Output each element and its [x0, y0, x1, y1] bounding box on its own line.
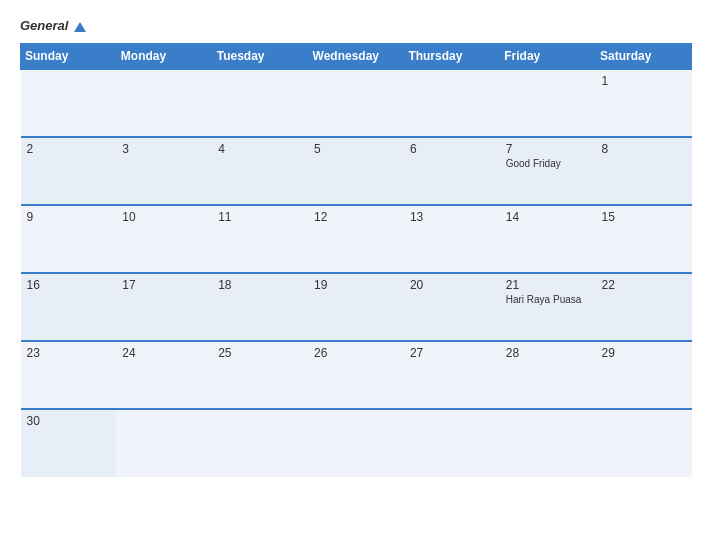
logo: General	[20, 18, 86, 33]
calendar-week-row: 30	[21, 409, 692, 477]
day-number: 1	[602, 74, 686, 88]
day-number: 23	[27, 346, 111, 360]
day-of-week-header: Thursday	[404, 44, 500, 70]
calendar-cell: 17	[116, 273, 212, 341]
day-number: 29	[602, 346, 686, 360]
calendar-cell: 19	[308, 273, 404, 341]
calendar-cell	[212, 69, 308, 137]
day-number: 10	[122, 210, 206, 224]
day-number: 15	[602, 210, 686, 224]
day-number: 8	[602, 142, 686, 156]
day-number: 12	[314, 210, 398, 224]
calendar-header-row: SundayMondayTuesdayWednesdayThursdayFrid…	[21, 44, 692, 70]
calendar-week-row: 9101112131415	[21, 205, 692, 273]
calendar-cell: 20	[404, 273, 500, 341]
calendar-cell	[404, 409, 500, 477]
calendar-week-row: 161718192021Hari Raya Puasa22	[21, 273, 692, 341]
calendar-cell: 7Good Friday	[500, 137, 596, 205]
calendar-cell: 4	[212, 137, 308, 205]
day-number: 26	[314, 346, 398, 360]
calendar-cell: 15	[596, 205, 692, 273]
calendar-cell	[500, 69, 596, 137]
calendar-week-row: 23242526272829	[21, 341, 692, 409]
day-number: 3	[122, 142, 206, 156]
day-number: 13	[410, 210, 494, 224]
calendar-cell: 16	[21, 273, 117, 341]
holiday-event: Hari Raya Puasa	[506, 294, 582, 305]
day-number: 11	[218, 210, 302, 224]
calendar-cell: 6	[404, 137, 500, 205]
page: General SundayMondayTuesdayWednesdayThur…	[0, 0, 712, 550]
calendar-cell: 29	[596, 341, 692, 409]
calendar-table: SundayMondayTuesdayWednesdayThursdayFrid…	[20, 43, 692, 477]
day-number: 16	[27, 278, 111, 292]
calendar-cell: 27	[404, 341, 500, 409]
day-number: 28	[506, 346, 590, 360]
calendar-cell: 22	[596, 273, 692, 341]
calendar-cell: 11	[212, 205, 308, 273]
calendar-cell	[308, 69, 404, 137]
day-of-week-header: Monday	[116, 44, 212, 70]
calendar-cell	[596, 409, 692, 477]
calendar-week-row: 234567Good Friday8	[21, 137, 692, 205]
calendar-week-row: 1	[21, 69, 692, 137]
calendar-cell: 18	[212, 273, 308, 341]
day-number: 5	[314, 142, 398, 156]
day-of-week-header: Wednesday	[308, 44, 404, 70]
day-number: 14	[506, 210, 590, 224]
calendar-cell	[308, 409, 404, 477]
header: General	[20, 18, 692, 33]
logo-general-text: General	[20, 18, 86, 33]
calendar-cell: 13	[404, 205, 500, 273]
calendar-cell: 2	[21, 137, 117, 205]
day-number: 7	[506, 142, 590, 156]
calendar-cell	[116, 69, 212, 137]
calendar-cell: 23	[21, 341, 117, 409]
calendar-cell	[500, 409, 596, 477]
day-number: 24	[122, 346, 206, 360]
day-of-week-header: Sunday	[21, 44, 117, 70]
calendar-cell: 3	[116, 137, 212, 205]
calendar-cell: 26	[308, 341, 404, 409]
calendar-cell	[404, 69, 500, 137]
calendar-cell: 12	[308, 205, 404, 273]
day-number: 27	[410, 346, 494, 360]
calendar-cell	[212, 409, 308, 477]
calendar-cell: 25	[212, 341, 308, 409]
calendar-cell: 24	[116, 341, 212, 409]
day-of-week-header: Tuesday	[212, 44, 308, 70]
day-number: 6	[410, 142, 494, 156]
day-number: 17	[122, 278, 206, 292]
calendar-cell: 5	[308, 137, 404, 205]
day-number: 25	[218, 346, 302, 360]
calendar-cell: 30	[21, 409, 117, 477]
calendar-cell: 21Hari Raya Puasa	[500, 273, 596, 341]
day-number: 19	[314, 278, 398, 292]
calendar-cell: 28	[500, 341, 596, 409]
calendar-cell: 14	[500, 205, 596, 273]
day-of-week-header: Saturday	[596, 44, 692, 70]
day-number: 20	[410, 278, 494, 292]
day-number: 30	[27, 414, 111, 428]
day-number: 18	[218, 278, 302, 292]
logo-triangle-icon	[74, 22, 86, 32]
day-number: 22	[602, 278, 686, 292]
calendar-cell: 1	[596, 69, 692, 137]
calendar-cell: 10	[116, 205, 212, 273]
calendar-cell: 8	[596, 137, 692, 205]
calendar-cell	[21, 69, 117, 137]
holiday-event: Good Friday	[506, 158, 561, 169]
day-number: 4	[218, 142, 302, 156]
day-of-week-header: Friday	[500, 44, 596, 70]
day-number: 21	[506, 278, 590, 292]
day-number: 9	[27, 210, 111, 224]
calendar-cell: 9	[21, 205, 117, 273]
calendar-cell	[116, 409, 212, 477]
day-number: 2	[27, 142, 111, 156]
